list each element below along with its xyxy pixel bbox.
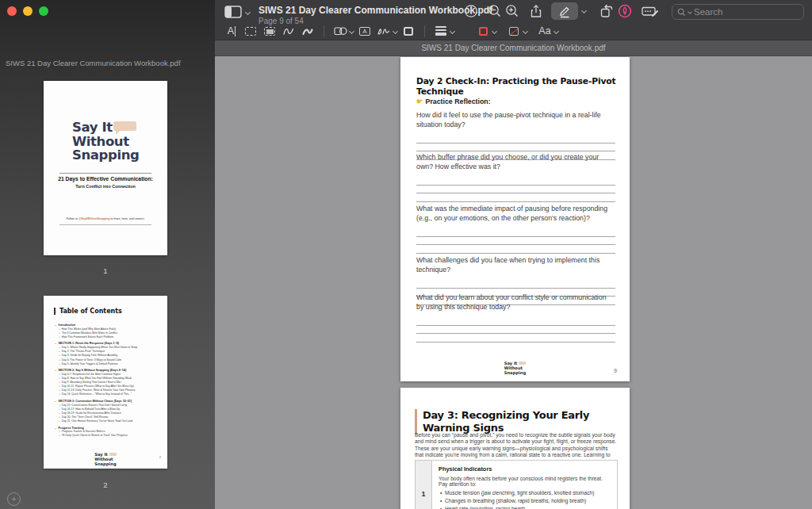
bullet-item: Changes in breathing (shallow, rapid bre… bbox=[439, 497, 611, 505]
note-icon bbox=[404, 27, 413, 36]
fill-color-icon bbox=[509, 27, 519, 36]
document-header-bar: SIWS 21 Day Clearer Communication Workbo… bbox=[215, 40, 812, 56]
thumbnail-page-number-2: 2 bbox=[44, 480, 167, 489]
chevron-down-icon[interactable] bbox=[553, 28, 559, 33]
shapes-tool[interactable] bbox=[331, 23, 350, 39]
close-button[interactable] bbox=[7, 6, 17, 16]
speech-bubble-icon bbox=[109, 453, 117, 457]
share-button[interactable] bbox=[529, 4, 543, 18]
sketch-tool[interactable] bbox=[279, 23, 298, 39]
line-weight-tool[interactable] bbox=[431, 23, 450, 39]
fountain-pen-circle-icon[interactable] bbox=[618, 4, 632, 18]
chevron-down-icon[interactable] bbox=[450, 28, 455, 33]
pdf-page-10[interactable]: Day 3: Recognizing Your Early Warning Si… bbox=[400, 388, 630, 509]
toolbar-divider bbox=[424, 25, 425, 37]
chevron-down-icon bbox=[245, 9, 251, 14]
fullscreen-button[interactable] bbox=[39, 6, 48, 16]
page9-page-number: 9 bbox=[614, 368, 617, 373]
bullet-item: Muscle tension (jaw clenching, tight sho… bbox=[439, 489, 611, 497]
divider bbox=[59, 173, 151, 174]
search-scope-chevron-icon bbox=[688, 10, 692, 14]
search-field[interactable] bbox=[672, 4, 804, 20]
info-button[interactable] bbox=[464, 4, 478, 18]
thick-squiggle-icon bbox=[301, 25, 314, 36]
footer-logo: Say It Without Snapping bbox=[44, 452, 167, 467]
answer-line bbox=[416, 144, 615, 152]
answer-line bbox=[416, 317, 615, 326]
dashed-rect-filled-icon bbox=[264, 27, 275, 36]
text-caret-icon bbox=[235, 26, 236, 36]
text-style-icon: Aa bbox=[538, 25, 550, 36]
chevron-down-icon[interactable] bbox=[349, 28, 354, 33]
toc-page-number: 2 bbox=[159, 456, 161, 459]
note-tool[interactable] bbox=[399, 23, 418, 39]
search-icon bbox=[677, 8, 686, 17]
sidebar-toggle-button[interactable] bbox=[224, 6, 250, 18]
markup-toolbar: A A bbox=[215, 22, 812, 40]
markup-chevron-icon[interactable] bbox=[581, 8, 587, 13]
text-selection-tool[interactable]: A bbox=[222, 23, 241, 39]
squiggle-icon bbox=[282, 25, 295, 36]
draw-tool[interactable] bbox=[298, 23, 317, 39]
preview-window: SIWS 21 Day Clearer Communication Workbo… bbox=[0, 0, 812, 509]
page-thumbnail-1[interactable]: Say It Without Snapping 21 Days to Effec… bbox=[44, 81, 167, 255]
page9-questions: How did it feel to use the pause-pivot t… bbox=[400, 57, 630, 381]
chevron-down-icon[interactable] bbox=[393, 28, 398, 33]
cover-subtitle: 21 Days to Effective Communication: bbox=[44, 176, 167, 182]
shapes-icon bbox=[334, 25, 347, 36]
answer-line bbox=[416, 245, 615, 254]
toc-title: Table of Contents bbox=[54, 308, 122, 315]
minimize-button[interactable] bbox=[23, 6, 33, 16]
social-handle: @SayItWithoutSnapping bbox=[79, 217, 109, 220]
toc-item: 76 Daily Quick Check-In Sheets to Track … bbox=[54, 434, 162, 438]
physical-indicators-bullets: Muscle tension (jaw clenching, tight sho… bbox=[439, 489, 611, 509]
box-description: Your body often reacts before your consc… bbox=[439, 476, 611, 487]
boxed-A-icon: A bbox=[359, 27, 370, 36]
window-controls bbox=[7, 6, 48, 16]
page-corner-button[interactable]: + bbox=[7, 492, 21, 506]
rotate-button[interactable] bbox=[599, 4, 614, 18]
border-color-tool[interactable] bbox=[473, 23, 492, 39]
answer-line bbox=[416, 193, 615, 202]
bullet-item: Heart rate (pounding, racing heart) bbox=[439, 505, 611, 509]
sidebar-toggle-icon bbox=[224, 6, 242, 18]
dashed-rect-icon bbox=[245, 27, 256, 36]
border-color-icon bbox=[479, 27, 488, 36]
sidebar-filename: SIWS 21 Day Clearer Communication Workbo… bbox=[6, 59, 210, 67]
text-box-tool[interactable]: A bbox=[355, 23, 374, 39]
thumb2-toc-list: IntroductionHow This Works (and Why Most… bbox=[54, 323, 162, 450]
rectangular-selection-tool[interactable] bbox=[241, 23, 260, 39]
answer-line bbox=[416, 237, 615, 246]
footer-logo: Say It Without Snapping bbox=[400, 361, 630, 376]
search-input[interactable] bbox=[694, 7, 799, 17]
fill-color-tool[interactable] bbox=[504, 23, 523, 39]
line-weight-icon bbox=[435, 26, 446, 36]
answer-line bbox=[416, 280, 615, 289]
question-block: What did you learn about your conflict s… bbox=[416, 293, 615, 343]
zoom-in-button[interactable] bbox=[505, 4, 519, 18]
toc-item: Day 14: Quick Reference – “What to Say I… bbox=[54, 392, 162, 396]
chevron-down-icon[interactable] bbox=[523, 28, 528, 33]
chevron-down-icon[interactable] bbox=[492, 28, 497, 33]
question-text: Which buffer phrase did you choose, or d… bbox=[416, 153, 615, 171]
markup-pencil-icon bbox=[557, 4, 572, 18]
markup-toolbar-button[interactable] bbox=[551, 2, 578, 20]
thumbnail-sidebar: SIWS 21 Day Clearer Communication Workbo… bbox=[0, 0, 215, 509]
titlebar: SIWS 21 Day Clearer Communication Workbo… bbox=[215, 0, 812, 40]
page-thumbnail-2[interactable]: Table of Contents IntroductionHow This W… bbox=[44, 296, 167, 469]
box-number: 1 bbox=[416, 461, 432, 509]
zoom-out-button[interactable] bbox=[488, 4, 502, 18]
question-text: What did you learn about your conflict s… bbox=[416, 293, 615, 312]
text-style-tool[interactable]: Aa bbox=[535, 23, 554, 39]
instant-alpha-tool[interactable] bbox=[260, 23, 279, 39]
form-fill-button[interactable] bbox=[642, 4, 659, 18]
pdf-viewing-area[interactable]: Day 2 Check-In: Practicing the Pause-Piv… bbox=[215, 56, 812, 509]
question-block: Which buffer phrase did you choose, or d… bbox=[416, 153, 615, 202]
toc-item: Day 21: One Honest Sentence You've Never… bbox=[54, 419, 162, 423]
signature-icon bbox=[377, 25, 391, 36]
pdf-page-9[interactable]: Day 2 Check-In: Practicing the Pause-Piv… bbox=[400, 57, 630, 381]
window-title: SIWS 21 Day Clearer Communication Workbo… bbox=[259, 5, 492, 16]
signature-tool[interactable] bbox=[374, 23, 393, 39]
answer-line bbox=[416, 228, 615, 237]
cover-follow-line: Follow us @SayItWithoutSnapping to share… bbox=[44, 217, 167, 220]
